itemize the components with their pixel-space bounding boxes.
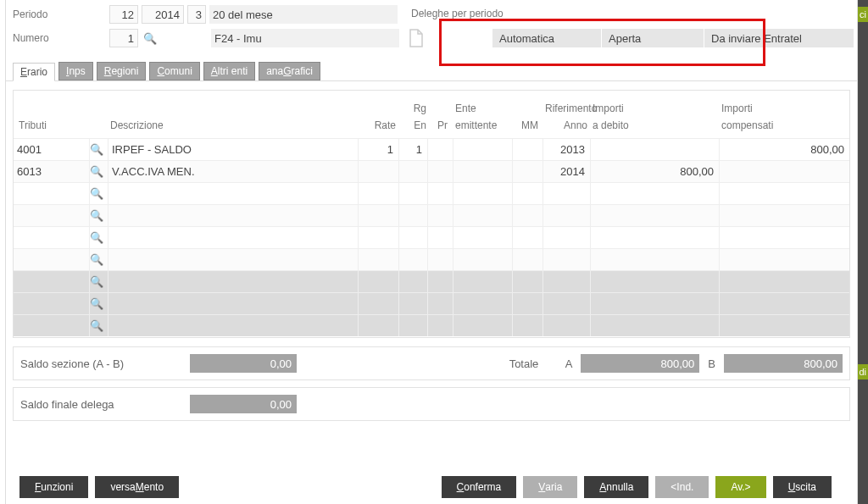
footer-bar: Funzioni versaMento Conferma Varia Annul…: [11, 472, 847, 502]
main-panel: Periodo 20 del mese Deleghe per periodo …: [5, 0, 858, 504]
side-badge-top: ci: [858, 7, 868, 22]
label-totale: Totale: [509, 357, 539, 370]
label-numero: Numero: [13, 32, 106, 44]
label-b: B: [708, 357, 715, 370]
header-row-numero: Numero 🔍 F24 - Imu Automatica Aperta Da …: [6, 24, 857, 58]
search-icon[interactable]: 🔍: [90, 161, 108, 182]
label-periodo: Periodo: [13, 8, 106, 20]
input-numero[interactable]: [109, 29, 138, 47]
totals-section: Saldo sezione (A - B) 0,00 Totale A 800,…: [13, 346, 850, 380]
table-row[interactable]: 🔍: [14, 182, 849, 204]
label-saldo-finale: Saldo finale delega: [20, 398, 181, 411]
btn-versamento[interactable]: versaMento: [95, 476, 179, 498]
table-row[interactable]: 6013 🔍 V.ACC.IVA MEN. 2014 800,00: [14, 160, 849, 182]
search-icon[interactable]: 🔍: [90, 139, 108, 160]
tab-inps[interactable]: Inps: [58, 62, 93, 80]
search-icon[interactable]: 🔍: [90, 183, 108, 204]
tab-comuni[interactable]: Comuni: [149, 62, 199, 80]
side-badge-bottom: di: [857, 364, 868, 379]
search-icon[interactable]: 🔍: [90, 205, 108, 226]
tab-altri[interactable]: Altri enti: [203, 62, 255, 80]
btn-ind: <Ind.: [655, 476, 709, 498]
label-a: A: [547, 357, 572, 370]
label-saldo-sezione: Saldo sezione (A - B): [20, 357, 181, 370]
table-row[interactable]: 🔍: [14, 204, 849, 226]
search-icon[interactable]: 🔍: [142, 32, 159, 45]
tab-erario[interactable]: Erario: [13, 63, 55, 81]
btn-annulla[interactable]: Annulla: [584, 476, 648, 498]
value-saldo-sezione: 0,00: [190, 354, 297, 373]
status-invio: Da inviare Entratel: [704, 29, 854, 47]
search-icon: 🔍: [90, 315, 108, 336]
btn-funzioni[interactable]: Funzioni: [19, 476, 88, 498]
periodo-desc: 20 del mese: [209, 5, 398, 24]
btn-conferma[interactable]: Conferma: [442, 476, 517, 498]
search-icon: 🔍: [90, 293, 108, 314]
input-periodo-anno[interactable]: [142, 5, 184, 24]
table-row[interactable]: 4001 🔍 IRPEF - SALDO 1 1 2013 800,00: [14, 138, 849, 160]
status-aperta: Aperta: [602, 29, 704, 47]
btn-varia[interactable]: Varia: [523, 476, 577, 498]
search-icon[interactable]: 🔍: [90, 227, 108, 248]
tab-regioni[interactable]: Regioni: [97, 62, 147, 80]
header-row-periodo: Periodo 20 del mese Deleghe per periodo: [6, 0, 857, 24]
tab-bar: Erario Inps Regioni Comuni Altri enti an…: [6, 58, 857, 81]
search-icon[interactable]: 🔍: [90, 249, 108, 270]
value-totale-b: 800,00: [724, 354, 843, 373]
value-saldo-finale: 0,00: [190, 395, 297, 413]
table-row: 🔍: [14, 270, 849, 292]
tab-anagrafici[interactable]: anaGrafici: [259, 62, 320, 80]
table-row: 🔍: [14, 314, 849, 336]
input-periodo-mese[interactable]: [109, 5, 138, 24]
table-row: 🔍: [14, 292, 849, 314]
numero-desc: F24 - Imu: [211, 29, 399, 47]
input-periodo-n[interactable]: [187, 5, 206, 24]
grid-header-1: Rg Ente Riferimento Importi Importi: [14, 91, 849, 119]
btn-uscita[interactable]: Uscita: [773, 476, 832, 498]
value-totale-a: 800,00: [581, 354, 699, 373]
document-icon[interactable]: [406, 27, 426, 49]
btn-av[interactable]: Av.>: [715, 476, 765, 498]
label-deleghe: Deleghe per periodo: [408, 8, 854, 22]
table-row[interactable]: 🔍: [14, 248, 849, 270]
status-automatica: Automatica: [492, 29, 601, 47]
search-icon: 🔍: [90, 271, 108, 292]
table-row[interactable]: 🔍: [14, 226, 849, 248]
totals-finale: Saldo finale delega 0,00: [13, 387, 850, 421]
grid-header-2: Tributi Descrizione Rate En Pr emittente…: [14, 119, 849, 138]
right-sidebar-strip: ci di: [858, 0, 868, 504]
grid-erario: Rg Ente Riferimento Importi Importi Trib…: [13, 90, 850, 338]
